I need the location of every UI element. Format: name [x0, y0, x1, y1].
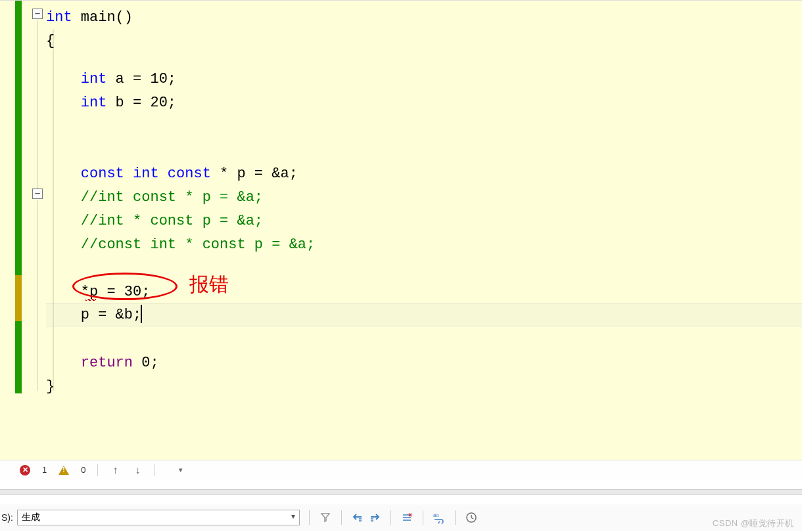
- error-icon[interactable]: ✕: [20, 465, 30, 476]
- separator: [423, 510, 423, 525]
- code-editor[interactable]: − − int main() { int a = 10; int b = 20;…: [0, 0, 802, 460]
- goto-next-icon[interactable]: [368, 511, 381, 524]
- output-source-select-wrap: [17, 510, 300, 525]
- code-line: const int const * p = &a;: [46, 162, 802, 186]
- code-line: return 0;: [46, 351, 802, 375]
- error-squiggle: [85, 299, 96, 301]
- output-source-select[interactable]: [17, 510, 300, 525]
- fold-line: [37, 200, 38, 391]
- panel-separator: [0, 489, 802, 495]
- code-line: int a = 10;: [46, 68, 802, 91]
- clear-icon[interactable]: [400, 511, 413, 524]
- output-source-label: S):: [1, 512, 13, 523]
- word-wrap-icon[interactable]: ab: [433, 511, 446, 524]
- svg-text:ab: ab: [433, 512, 439, 518]
- error-count[interactable]: 1: [42, 465, 47, 475]
- code-line: int main(): [46, 6, 802, 30]
- code-line-comment: //const int * const p = &a;: [46, 233, 802, 257]
- warning-icon[interactable]: [59, 466, 69, 475]
- code-line: {: [46, 30, 802, 53]
- fold-line: [37, 20, 38, 191]
- output-toolbar: S): ab: [0, 504, 802, 531]
- separator: [154, 464, 155, 476]
- text-cursor: [141, 305, 142, 323]
- change-margin-green: [15, 1, 22, 393]
- chevron-down-icon[interactable]: ▾: [179, 466, 183, 474]
- separator: [97, 464, 98, 476]
- separator: [309, 510, 310, 525]
- filter-icon[interactable]: [319, 511, 332, 524]
- warning-count[interactable]: 0: [81, 465, 85, 475]
- separator: [341, 510, 342, 525]
- code-line-comment: //int const * p = &a;: [46, 186, 802, 210]
- code-line: }: [46, 375, 802, 399]
- status-bar: ✕ 1 0 ↑ ↓ ▾: [0, 460, 802, 479]
- annotation-ellipse: [72, 273, 177, 300]
- timestamp-icon[interactable]: [465, 511, 478, 524]
- goto-prev-icon[interactable]: [351, 511, 364, 524]
- code-line-comment: //int * const p = &a;: [46, 210, 802, 233]
- change-margin-yellow: [15, 275, 22, 321]
- prev-arrow-icon[interactable]: ↑: [110, 464, 120, 476]
- separator: [455, 510, 456, 525]
- fold-toggle-function[interactable]: −: [32, 9, 43, 19]
- watermark: CSDN @睡觉待开机: [713, 518, 794, 529]
- fold-toggle-block[interactable]: −: [32, 188, 43, 199]
- code-area[interactable]: int main() { int a = 10; int b = 20; con…: [46, 1, 802, 460]
- code-line: int b = 20;: [46, 91, 802, 115]
- separator: [390, 510, 391, 525]
- annotation-text: 报错: [189, 271, 229, 298]
- code-line-current: p = &b;: [46, 303, 802, 326]
- next-arrow-icon[interactable]: ↓: [132, 464, 143, 476]
